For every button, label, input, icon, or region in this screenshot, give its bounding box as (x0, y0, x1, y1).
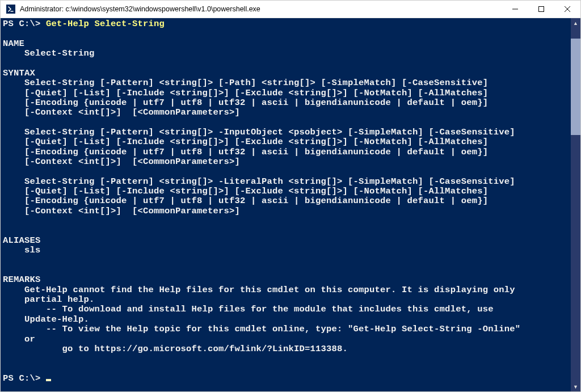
syntax-line: [-Context <int[]>] [<CommonParameters>] (3, 157, 240, 167)
scroll-down-arrow[interactable]: ▼ (571, 382, 580, 391)
syntax-line: Select-String [-Pattern] <string[]> -Inp… (3, 127, 515, 137)
prompt-prefix: PS C:\> (3, 19, 46, 29)
name-value: Select-String (3, 48, 95, 58)
remarks-line: or (3, 334, 35, 344)
minimize-button[interactable] (502, 1, 528, 18)
scroll-up-arrow[interactable]: ▲ (571, 18, 580, 28)
command-text: Get-Help Select-String (46, 19, 165, 29)
maximize-button[interactable] (528, 1, 554, 18)
window-titlebar: Administrator: c:\windows\system32\windo… (1, 1, 580, 18)
powershell-icon (6, 5, 15, 14)
section-header-name: NAME (3, 39, 24, 49)
close-button[interactable] (554, 1, 580, 18)
syntax-line: [-Quiet] [-List] [-Include <string[]>] [… (3, 186, 488, 196)
syntax-line: [-Encoding {unicode | utf7 | utf8 | utf3… (3, 196, 488, 206)
terminal-area[interactable]: ▲ ▼ PS C:\> Get-Help Select-String NAME … (1, 18, 580, 391)
scroll-thumb[interactable] (571, 39, 580, 135)
remarks-line: -- To download and install Help files fo… (3, 304, 494, 314)
remarks-line: Get-Help cannot find the Help files for … (3, 285, 515, 295)
remarks-line: Update-Help. (3, 314, 89, 324)
cursor (46, 379, 51, 381)
vertical-scrollbar[interactable]: ▲ ▼ (571, 18, 580, 391)
section-header-syntax: SYNTAX (3, 68, 35, 78)
window-controls (502, 1, 580, 18)
syntax-line: Select-String [-Pattern] <string[]> -Lit… (3, 176, 515, 187)
syntax-line: [-Quiet] [-List] [-Include <string[]>] [… (3, 137, 488, 147)
syntax-line: Select-String [-Pattern] <string[]> [-Pa… (3, 78, 488, 88)
syntax-line: [-Context <int[]>] [<CommonParameters>] (3, 206, 240, 216)
syntax-line: [-Encoding {unicode | utf7 | utf8 | utf3… (3, 98, 488, 108)
remarks-line: go to https://go.microsoft.com/fwlink/?L… (3, 344, 348, 354)
remarks-line: partial help. (3, 294, 95, 305)
section-header-remarks: REMARKS (3, 275, 41, 285)
terminal-output: PS C:\> Get-Help Select-String NAME Sele… (1, 18, 580, 383)
prompt-line: PS C:\> (3, 373, 51, 383)
aliases-value: sls (3, 245, 41, 255)
syntax-line: [-Quiet] [-List] [-Include <string[]>] [… (3, 88, 488, 98)
syntax-line: [-Context <int[]>] [<CommonParameters>] (3, 107, 240, 117)
prompt-line: PS C:\> Get-Help Select-String (3, 19, 165, 29)
window-title: Administrator: c:\windows\system32\windo… (20, 5, 502, 13)
prompt-prefix: PS C:\> (3, 373, 46, 383)
remarks-line: -- To view the Help topic for this cmdle… (3, 324, 520, 334)
syntax-line: [-Encoding {unicode | utf7 | utf8 | utf3… (3, 147, 488, 157)
section-header-aliases: ALIASES (3, 235, 41, 246)
svg-rect-1 (539, 7, 544, 12)
